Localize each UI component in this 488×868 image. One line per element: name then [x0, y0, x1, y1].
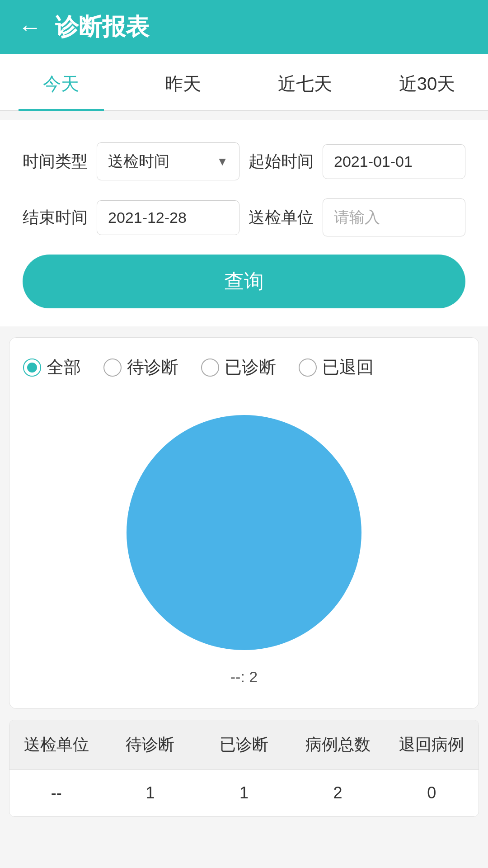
end-time-row: 结束时间 2021-12-28 送检单位 请输入 — [23, 198, 465, 236]
header: ← 诊断报表 — [0, 0, 488, 54]
filter-form: 时间类型 送检时间 ▼ 起始时间 2021-01-01 结束时间 2021-12… — [0, 120, 488, 326]
pie-chart — [113, 401, 375, 664]
radio-pending[interactable]: 待诊断 — [103, 356, 178, 379]
radio-pending-circle — [103, 359, 122, 377]
radio-returned-label: 已退回 — [322, 356, 374, 379]
tab-today[interactable]: 今天 — [0, 54, 122, 110]
tab-7days[interactable]: 近七天 — [244, 54, 366, 110]
cell-total: 2 — [291, 770, 385, 816]
cell-unit: -- — [9, 770, 103, 816]
tab-yesterday[interactable]: 昨天 — [122, 54, 244, 110]
end-time-label: 结束时间 — [23, 207, 88, 229]
start-time-label: 起始时间 — [249, 151, 314, 173]
tab-bar: 今天 昨天 近七天 近30天 — [0, 54, 488, 111]
time-type-select[interactable]: 送检时间 ▼ — [97, 142, 239, 180]
radio-diagnosed-label: 已诊断 — [225, 356, 276, 379]
radio-returned[interactable]: 已退回 — [299, 356, 374, 379]
unit-label: 送检单位 — [249, 207, 314, 229]
col-unit: 送检单位 — [9, 720, 103, 769]
start-time-input[interactable]: 2021-01-01 — [323, 144, 465, 179]
data-table: 送检单位 待诊断 已诊断 病例总数 退回病例 -- 1 1 2 0 — [9, 720, 479, 817]
radio-diagnosed[interactable]: 已诊断 — [201, 356, 276, 379]
table-row: -- 1 1 2 0 — [9, 770, 479, 816]
radio-pending-label: 待诊断 — [127, 356, 178, 379]
tab-30days[interactable]: 近30天 — [366, 54, 488, 110]
back-button[interactable]: ← — [18, 15, 42, 39]
end-time-input[interactable]: 2021-12-28 — [97, 200, 239, 235]
time-type-row: 时间类型 送检时间 ▼ 起始时间 2021-01-01 — [23, 142, 465, 180]
chart-card: 全部 待诊断 已诊断 已退回 --: 2 — [9, 337, 479, 709]
unit-input[interactable]: 请输入 — [323, 198, 465, 236]
cell-pending: 1 — [103, 770, 197, 816]
col-total: 病例总数 — [291, 720, 385, 769]
radio-all-label: 全部 — [47, 356, 81, 379]
dropdown-arrow-icon: ▼ — [216, 155, 228, 169]
col-diagnosed: 已诊断 — [197, 720, 291, 769]
col-returned: 退回病例 — [385, 720, 479, 769]
svg-point-0 — [127, 415, 361, 650]
radio-all[interactable]: 全部 — [23, 356, 81, 379]
col-pending: 待诊断 — [103, 720, 197, 769]
pie-chart-container: --: 2 — [23, 392, 465, 695]
cell-returned: 0 — [385, 770, 479, 816]
cell-diagnosed: 1 — [197, 770, 291, 816]
radio-diagnosed-circle — [201, 359, 219, 377]
radio-all-circle — [23, 359, 41, 377]
radio-group: 全部 待诊断 已诊断 已退回 — [23, 356, 465, 379]
table-header: 送检单位 待诊断 已诊断 病例总数 退回病例 — [9, 720, 479, 770]
radio-returned-circle — [299, 359, 317, 377]
time-type-label: 时间类型 — [23, 151, 88, 173]
pie-legend: --: 2 — [230, 668, 258, 686]
page-title: 诊断报表 — [55, 11, 149, 43]
query-button[interactable]: 查询 — [23, 255, 465, 308]
